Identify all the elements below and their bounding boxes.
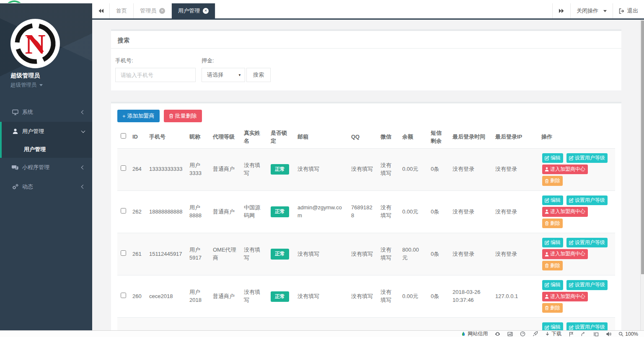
- mute-button[interactable]: [606, 332, 611, 337]
- chevron-left-icon: [81, 185, 85, 189]
- cell-real-name: 没有填写: [241, 275, 267, 318]
- chevron-left-icon: [81, 165, 85, 170]
- comments-icon: [12, 165, 18, 170]
- set-user-level-button[interactable]: 设置用户等级: [566, 238, 608, 247]
- cell-wechat: 没有填写: [377, 275, 399, 318]
- add-franchisee-button[interactable]: +添加加盟商: [117, 110, 160, 122]
- cell-qq: 76891828: [348, 190, 377, 233]
- edit-icon: [545, 198, 549, 203]
- edit-button[interactable]: 编辑: [542, 196, 563, 205]
- cell-nickname: 用户 5917: [186, 233, 209, 275]
- user-icon: [545, 294, 549, 299]
- zoom-button[interactable]: 100%: [618, 331, 638, 337]
- edit-button[interactable]: 编辑: [542, 322, 563, 330]
- edit-button[interactable]: 编辑: [542, 238, 563, 247]
- cell-qq: 没有填写: [348, 148, 377, 190]
- enter-franchisee-center-button[interactable]: 进入加盟商中心: [542, 249, 588, 259]
- sidebar-item-user-management[interactable]: 用户管理: [2, 122, 92, 141]
- speed-dial-button[interactable]: [520, 331, 525, 337]
- cell-sms-left: 0条: [427, 190, 449, 233]
- col-last-login-time: 最后登录时间: [449, 126, 492, 148]
- sidebar-item-system[interactable]: 系统: [0, 103, 92, 122]
- scrollbar-thumb[interactable]: [641, 21, 644, 274]
- cell-balance: 800.00元: [399, 233, 427, 275]
- deposit-field-group: 押金: 请选择 ▼ 搜索: [202, 57, 271, 82]
- search-panel: 搜索 手机号: 押金: 请选择 ▼ 搜索: [111, 29, 621, 90]
- enter-franchisee-center-button[interactable]: 进入加盟商中心: [542, 292, 588, 301]
- cell-wechat: 没有填写: [377, 190, 399, 233]
- profile-role-dropdown[interactable]: 超级管理员: [10, 82, 92, 89]
- cell-sms-left: 0条: [427, 318, 449, 330]
- delete-button[interactable]: 删除: [542, 261, 563, 270]
- table-row: 260 cece2018 用户 2018 普通商户 没有填写 正常 没有填写 没…: [117, 275, 615, 318]
- batch-delete-button[interactable]: 批量删除: [164, 110, 202, 122]
- close-tab-icon[interactable]: ×: [159, 8, 165, 14]
- col-wechat: 微信: [377, 126, 399, 148]
- cell-qq: 没有填写: [348, 275, 377, 318]
- status-badge: 正常: [271, 164, 289, 175]
- cell-phone: 13333333333: [146, 148, 186, 190]
- gears-icon: [12, 184, 18, 190]
- set-user-level-button[interactable]: 设置用户等级: [566, 153, 608, 163]
- cell-email: 没有填写: [294, 275, 348, 318]
- tab-admin[interactable]: 管理员 ×: [134, 3, 172, 18]
- screenshot-button[interactable]: [507, 332, 513, 337]
- cell-last-login-time: 没有登录: [449, 190, 492, 233]
- close-tab-icon[interactable]: ×: [203, 8, 209, 14]
- tab-home[interactable]: 首页: [110, 3, 134, 18]
- set-user-level-button[interactable]: 设置用户等级: [566, 196, 608, 205]
- speed-gauge-icon: [520, 331, 525, 337]
- edit-button[interactable]: 编辑: [542, 153, 563, 163]
- phone-input[interactable]: [115, 68, 196, 82]
- trash-icon: [545, 306, 549, 310]
- cell-email: 没有填写: [294, 148, 348, 190]
- cell-real-name: 没有填写: [241, 148, 267, 190]
- enter-franchisee-center-button[interactable]: 进入加盟商中心: [542, 165, 588, 174]
- tabs-scroll-left-button[interactable]: [92, 3, 110, 18]
- sidebar-item-miniprogram[interactable]: 小程序管理: [0, 158, 92, 177]
- row-checkbox[interactable]: [121, 250, 126, 256]
- sidebar-menu: 系统 用户管理 用户管理: [0, 103, 92, 196]
- delete-button[interactable]: 删除: [542, 219, 563, 228]
- close-operations-dropdown[interactable]: 关闭操作: [570, 3, 613, 18]
- delete-button[interactable]: 删除: [542, 176, 563, 185]
- sidebar-subitem-user-management[interactable]: 用户管理: [2, 141, 92, 158]
- tab-user-management[interactable]: 用户管理 ×: [172, 3, 215, 18]
- row-checkbox[interactable]: [121, 293, 126, 298]
- row-checkbox[interactable]: [121, 165, 126, 171]
- select-all-checkbox[interactable]: [121, 133, 126, 139]
- site-credit-button[interactable]: 网站信用: [461, 330, 488, 337]
- col-balance: 余额: [399, 126, 427, 148]
- edit-icon: [545, 283, 549, 287]
- trash-icon: [169, 113, 173, 118]
- sidebar-item-dynamic[interactable]: 动态: [0, 177, 92, 196]
- caret-down-icon: [603, 10, 607, 12]
- flag-icon: [569, 332, 574, 337]
- zoom-level: 100%: [625, 331, 638, 337]
- row-checkbox[interactable]: [121, 208, 126, 214]
- vertical-scrollbar[interactable]: [640, 20, 644, 330]
- service-button[interactable]: [495, 331, 500, 337]
- accelerator-button[interactable]: [533, 331, 538, 337]
- flag-button[interactable]: [569, 332, 574, 337]
- download-button[interactable]: 下载: [545, 330, 561, 337]
- set-user-level-button[interactable]: 设置用户等级: [566, 280, 608, 290]
- delete-button[interactable]: 删除: [542, 303, 563, 313]
- edit-icon: [569, 325, 574, 330]
- edit-button[interactable]: 编辑: [542, 280, 563, 290]
- svg-text:N: N: [25, 28, 45, 60]
- set-user-level-button[interactable]: 设置用户等级: [566, 322, 608, 330]
- deposit-select[interactable]: 请选择 ▼: [202, 68, 245, 82]
- search-button[interactable]: 搜索: [246, 68, 271, 82]
- mouse-gesture-button[interactable]: [581, 332, 586, 337]
- cell-real-name: 中国源码网: [241, 190, 267, 233]
- enter-franchisee-center-button[interactable]: 进入加盟商中心: [542, 207, 588, 216]
- select-arrow-icon: ▼: [238, 73, 241, 77]
- cell-id: 260: [129, 275, 146, 318]
- tabs-scroll-right-button[interactable]: [552, 3, 570, 18]
- window-mode-button[interactable]: [593, 332, 599, 337]
- profile-name: 超级管理员: [10, 72, 92, 80]
- trash-icon: [545, 221, 549, 226]
- cell-real-name: 没有填写: [241, 233, 267, 275]
- logout-button[interactable]: 退出: [613, 3, 644, 18]
